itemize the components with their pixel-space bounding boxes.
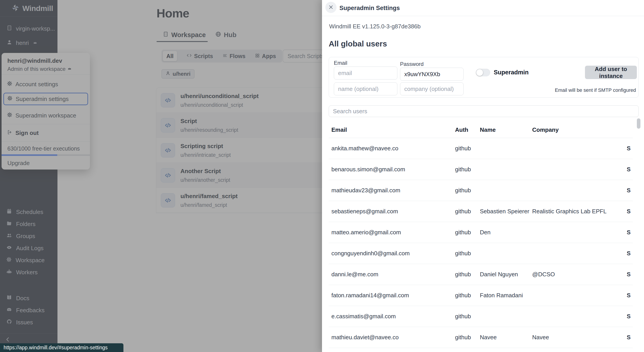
password-label: Password bbox=[400, 61, 424, 67]
row-action-link[interactable]: S bbox=[627, 271, 630, 283]
user-email-cell: sebastieneps@gmail.com bbox=[332, 208, 398, 215]
user-table-row: mathieu.daviet@navee.co github Navee Nav… bbox=[329, 327, 633, 348]
user-auth-cell: github bbox=[455, 313, 471, 320]
row-action-link[interactable]: S bbox=[627, 229, 630, 241]
row-action-link[interactable]: S bbox=[627, 334, 630, 346]
user-table-row: faton.ramadani14@gmail.com github Faton … bbox=[329, 285, 633, 306]
user-name-cell: Sebastien Speierer bbox=[480, 208, 529, 215]
close-drawer-button[interactable] bbox=[325, 2, 336, 13]
user-table-row: congnguyendinh0@gmail.com github S bbox=[329, 243, 633, 264]
user-email-cell: faton.ramadani14@gmail.com bbox=[332, 292, 409, 299]
new-user-company-field[interactable] bbox=[400, 82, 464, 95]
row-action-link[interactable]: S bbox=[627, 145, 630, 157]
col-auth: Auth bbox=[455, 126, 468, 133]
user-auth-cell: github bbox=[455, 292, 471, 299]
user-auth-cell: github bbox=[455, 166, 471, 173]
user-email-cell: e.cassimatis@gmail.com bbox=[332, 313, 396, 320]
user-table-row: benarous.simon@gmail.com github S bbox=[329, 159, 633, 180]
user-email-cell: danni.le@me.com bbox=[332, 271, 378, 278]
status-url: https://app.windmill.dev/#superadmin-set… bbox=[0, 345, 108, 351]
new-user-password-field[interactable] bbox=[400, 68, 464, 81]
user-auth-cell: github bbox=[455, 229, 471, 236]
user-name-cell: Daniel Nguyen bbox=[480, 271, 518, 278]
col-email: Email bbox=[332, 126, 347, 133]
user-email-cell: mathieu.daviet@navee.co bbox=[332, 334, 399, 341]
user-email-cell: mathieudav23@gmail.com bbox=[332, 187, 400, 194]
user-company-cell: Realistic Graphics Lab EPFL bbox=[532, 208, 606, 215]
user-email-cell: benarous.simon@gmail.com bbox=[332, 166, 405, 173]
superadmin-toggle[interactable] bbox=[476, 69, 490, 76]
drawer-title: Superadmin Settings bbox=[340, 5, 400, 12]
browser-status-bar: https://app.windmill.dev/#superadmin-set… bbox=[0, 343, 124, 352]
user-email-cell: congnguyendinh0@gmail.com bbox=[332, 250, 410, 257]
col-name: Name bbox=[480, 126, 496, 133]
email-label: Email bbox=[334, 60, 347, 66]
user-email-cell: matteo.amerio@gmail.com bbox=[332, 229, 401, 236]
user-name-cell: Navee bbox=[480, 334, 497, 341]
user-table-row: e.cassimatis@gmail.com github S bbox=[329, 306, 633, 327]
add-user-button[interactable]: Add user to instance bbox=[585, 66, 637, 79]
user-auth-cell: github bbox=[455, 187, 471, 194]
smtp-note: Email will be sent if SMTP configured bbox=[555, 87, 636, 93]
user-table-row: sebastieneps@gmail.com github Sebastien … bbox=[329, 201, 633, 222]
user-auth-cell: github bbox=[455, 208, 471, 215]
superadmin-toggle-label: Superadmin bbox=[494, 69, 528, 76]
user-name-cell: Den bbox=[480, 229, 490, 236]
close-icon bbox=[328, 4, 334, 11]
user-company-cell: @DCSO bbox=[532, 271, 555, 278]
user-table-row: matteo.amerio@gmail.com github Den S bbox=[329, 222, 633, 243]
search-users-input[interactable] bbox=[329, 105, 639, 117]
superadmin-settings-drawer: Superadmin Settings Windmill EE v1.125.0… bbox=[322, 0, 644, 352]
toggle-knob bbox=[476, 69, 483, 76]
row-action-link[interactable]: S bbox=[627, 187, 630, 198]
users-table: Email Auth Name Company ankita.mathew@na… bbox=[329, 123, 633, 348]
user-table-row: ankita.mathew@navee.co github S bbox=[329, 138, 633, 159]
user-auth-cell: github bbox=[455, 271, 471, 278]
row-action-link[interactable]: S bbox=[627, 292, 630, 304]
user-email-cell: ankita.mathew@navee.co bbox=[332, 145, 398, 152]
row-action-link[interactable]: S bbox=[627, 166, 630, 177]
version-text: Windmill EE v1.125.0-3-g87de386b bbox=[329, 23, 420, 30]
scrollbar-thumb[interactable] bbox=[637, 118, 640, 129]
user-table-row: mathieudav23@gmail.com github S bbox=[329, 180, 633, 201]
user-name-cell: Faton Ramadani bbox=[480, 292, 523, 299]
users-table-header: Email Auth Name Company bbox=[329, 123, 633, 138]
add-user-form: Email Password Superadmin Add user to in… bbox=[329, 57, 639, 98]
user-auth-cell: github bbox=[455, 145, 471, 152]
row-action-link[interactable]: S bbox=[627, 313, 630, 325]
all-global-users-heading: All global users bbox=[329, 39, 387, 48]
user-auth-cell: github bbox=[455, 250, 471, 257]
new-user-email-field[interactable] bbox=[334, 67, 397, 80]
row-action-link[interactable]: S bbox=[627, 250, 630, 262]
windmill-app: Windmill virgin-worksp... henri Schedule… bbox=[0, 0, 644, 352]
row-action-link[interactable]: S bbox=[627, 208, 630, 219]
user-auth-cell: github bbox=[455, 334, 471, 341]
col-company: Company bbox=[532, 126, 558, 133]
user-company-cell: Navee bbox=[532, 334, 549, 341]
user-table-row: danni.le@me.com github Daniel Nguyen @DC… bbox=[329, 264, 633, 285]
new-user-name-field[interactable] bbox=[334, 82, 397, 95]
